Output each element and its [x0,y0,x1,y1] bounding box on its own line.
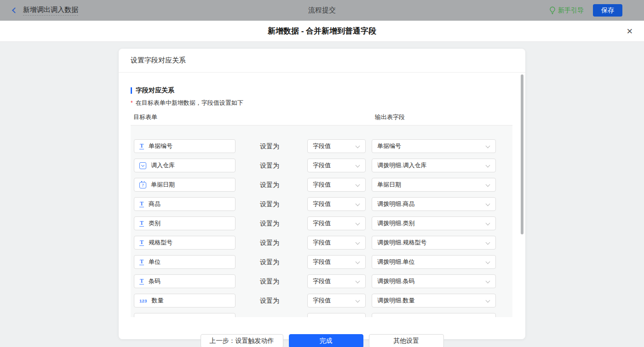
modal-header: 新增数据 - 合并新增到普通字段 ✕ [0,21,644,42]
column-output-field: 输出表字段 [375,113,405,121]
text-field-icon: T [139,143,144,149]
output-field-value: 调拨明细.单位 [377,258,415,266]
value-type-select[interactable]: 字段值 [307,236,366,250]
other-settings-button[interactable]: 其他设置 [369,334,444,347]
target-field-label: 单据编号 [149,142,172,150]
chevron-down-icon [356,221,360,226]
card-title: 设置字段对应关系 [119,49,525,73]
set-as-label: 设置为 [260,236,279,250]
description-text: 在目标表单中新增数据，字段值设置如下 [136,99,243,107]
chevron-down-icon [486,144,490,148]
field-mapping-row: T 商品 设置为 字段值 调拨明细.商品 [131,197,512,211]
output-field-select[interactable]: 调拨明细.类别 [372,216,496,230]
output-field-value: 单据日期 [377,181,401,189]
target-field[interactable]: T 条码 [134,274,236,288]
target-field-label: 数量 [151,296,163,305]
save-button[interactable]: 保存 [593,4,622,17]
chevron-down-icon [356,279,360,284]
output-field-select[interactable]: 调拨明细.调入仓库 [372,159,496,172]
modal-title: 新增数据 - 合并新增到普通字段 [268,26,376,36]
set-as-label: 设置为 [260,255,279,269]
field-mapping-row: T 单位 设置为 字段值 调拨明细.单位 [131,255,512,269]
lightbulb-icon [549,6,556,14]
target-field[interactable]: T 规格型号 [134,236,236,250]
chevron-down-icon [356,260,360,264]
output-field-select[interactable]: 调拨明细.数量 [372,294,496,307]
output-field-value: 调拨明细.条码 [377,277,415,285]
output-field-select[interactable]: 调拨明细.条码 [372,274,496,288]
output-field-select[interactable]: 单据编号 [372,139,496,153]
date-field-icon: 7 [139,182,146,188]
value-type-select[interactable]: 字段值 [307,178,366,192]
chevron-down-icon [486,182,490,187]
field-mapping-row: T 单据编号 设置为 字段值 单据编号 [131,139,512,153]
target-field[interactable]: T 单据编号 [134,139,236,153]
field-mapping-row: 7 单据日期 设置为 字段值 单据日期 [131,178,512,192]
required-mark: * [131,100,133,106]
output-field-value: 调拨明细.类别 [377,219,415,228]
target-field[interactable]: 123 数量 [134,294,236,307]
target-field-label: 调入仓库 [151,161,175,170]
value-type-select[interactable] [307,313,366,317]
section-description: * 在目标表单中新增数据，字段值设置如下 [131,99,512,107]
top-bar: 新增调出调入数据 流程提交 新手引导 保存 [0,0,644,21]
prev-step-button[interactable]: 上一步：设置触发动作 [201,334,283,347]
field-mapping-card: 设置字段对应关系 字段对应关系 * 在目标表单中新增数据，字段值设置如下 目标表… [119,49,525,339]
topbar-actions: 新手引导 保存 [549,4,622,17]
value-type-select[interactable]: 字段值 [307,255,366,269]
column-headers: 目标表单 输出表字段 [131,113,512,121]
output-field-value: 调拨明细.调入仓库 [377,161,427,170]
target-field[interactable]: T 单位 [134,255,236,269]
value-type-value: 字段值 [313,142,331,150]
done-button[interactable]: 完成 [289,334,363,347]
chevron-down-icon [486,260,490,264]
output-field-value: 调拨明细.规格型号 [377,239,427,247]
scrollbar[interactable] [521,74,523,234]
target-field[interactable]: 调入仓库 [134,159,236,172]
output-field-select[interactable]: 调拨明细.商品 [372,197,496,211]
target-field[interactable]: T 商品 [134,197,236,211]
page-body: 设置字段对应关系 字段对应关系 * 在目标表单中新增数据，字段值设置如下 目标表… [0,42,644,347]
close-icon[interactable]: ✕ [627,27,633,35]
target-field[interactable] [134,313,236,317]
text-field-icon: T [139,201,144,207]
back-nav[interactable]: 新增调出调入数据 [13,6,78,16]
section-title: 字段对应关系 [131,86,512,95]
field-mapping-row: 调入仓库 设置为 字段值 调拨明细.调入仓库 [131,159,512,172]
chevron-down-icon [356,163,360,168]
number-field-icon: 123 [139,298,147,303]
card-footer: 上一步：设置触发动作 完成 其他设置 [119,329,525,347]
value-type-select[interactable]: 字段值 [307,216,366,230]
value-type-select[interactable]: 字段值 [307,159,366,172]
target-field-label: 单据日期 [151,181,175,189]
value-type-select[interactable]: 字段值 [307,274,366,288]
chevron-down-icon [486,163,490,168]
target-field[interactable]: 7 单据日期 [134,178,236,192]
value-type-value: 字段值 [313,258,331,266]
value-type-value: 字段值 [313,161,331,170]
target-field[interactable]: T 类别 [134,216,236,230]
chevron-down-icon [356,240,360,245]
value-type-value: 字段值 [313,277,331,285]
field-mapping-row: 123 数量 设置为 字段值 调拨明细.数量 [131,294,512,307]
field-mapping-row: T 条码 设置为 字段值 调拨明细.条码 [131,274,512,288]
beginner-guide-link[interactable]: 新手引导 [549,6,584,15]
output-field-select[interactable]: 调拨明细.单位 [372,255,496,269]
beginner-guide-label: 新手引导 [558,6,584,15]
chevron-down-icon [486,298,490,303]
field-mapping-row: T 规格型号 设置为 字段值 调拨明细.规格型号 [131,236,512,250]
output-field-select[interactable]: 单据日期 [372,178,496,192]
column-target-form: 目标表单 [133,113,157,121]
field-mapping-row [131,313,512,317]
value-type-select[interactable]: 字段值 [307,139,366,153]
chevron-down-icon [356,202,360,206]
output-field-select[interactable]: 调拨明细.规格型号 [372,236,496,250]
output-field-select[interactable] [372,313,496,317]
target-field-label: 类别 [149,219,161,228]
chevron-down-icon [486,202,490,206]
output-field-value: 调拨明细.商品 [377,200,415,208]
value-type-select[interactable]: 字段值 [307,294,366,307]
target-field-label: 单位 [149,258,161,266]
set-as-label: 设置为 [260,197,279,211]
value-type-select[interactable]: 字段值 [307,197,366,211]
